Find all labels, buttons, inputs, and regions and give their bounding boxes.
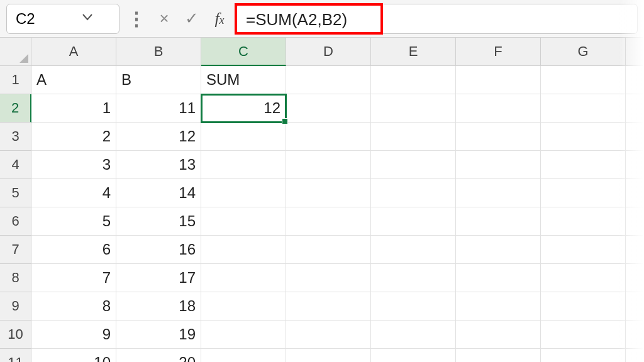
cell-A6[interactable]: 5 (31, 207, 116, 236)
confirm-icon[interactable]: ✓ (181, 4, 203, 34)
cell-D9[interactable] (286, 292, 371, 321)
cell-E2[interactable] (371, 94, 456, 123)
cell-E6[interactable] (371, 207, 456, 236)
cell-A9[interactable]: 8 (31, 292, 116, 321)
cell-A5[interactable]: 4 (31, 179, 116, 207)
cell-C1[interactable]: SUM (201, 66, 286, 94)
column-header-D[interactable]: D (286, 38, 371, 66)
name-box[interactable] (6, 4, 119, 34)
cell-E7[interactable] (371, 236, 456, 264)
row-header-6[interactable]: 6 (0, 207, 31, 236)
cell-G6[interactable] (541, 207, 626, 236)
cell-D2[interactable] (286, 94, 371, 123)
cell-A2[interactable]: 1 (31, 94, 116, 123)
cell-D4[interactable] (286, 151, 371, 179)
cell-B10[interactable]: 19 (116, 321, 201, 349)
name-box-input[interactable] (16, 10, 53, 28)
cell-extra-7[interactable] (626, 236, 644, 264)
cell-C5[interactable] (201, 179, 286, 207)
cell-extra-8[interactable] (626, 264, 644, 292)
spreadsheet-grid[interactable]: ABCDEFG1ABSUM211112321243135414651576168… (0, 38, 644, 362)
row-header-9[interactable]: 9 (0, 292, 31, 321)
cell-F5[interactable] (456, 179, 541, 207)
cell-C11[interactable] (201, 349, 286, 362)
cell-E10[interactable] (371, 321, 456, 349)
cell-G3[interactable] (541, 123, 626, 151)
row-header-5[interactable]: 5 (0, 179, 31, 207)
cell-extra-11[interactable] (626, 349, 644, 362)
cell-D7[interactable] (286, 236, 371, 264)
column-header-B[interactable]: B (116, 38, 201, 66)
cancel-icon[interactable]: × (153, 4, 175, 34)
cell-F3[interactable] (456, 123, 541, 151)
column-header-F[interactable]: F (456, 38, 541, 66)
row-header-8[interactable]: 8 (0, 264, 31, 292)
cell-G10[interactable] (541, 321, 626, 349)
cell-B8[interactable]: 17 (116, 264, 201, 292)
cell-F11[interactable] (456, 349, 541, 362)
cell-extra-2[interactable] (626, 94, 644, 123)
cell-D10[interactable] (286, 321, 371, 349)
cell-A11[interactable]: 10 (31, 349, 116, 362)
cell-E11[interactable] (371, 349, 456, 362)
cell-C9[interactable] (201, 292, 286, 321)
cell-E5[interactable] (371, 179, 456, 207)
cell-C10[interactable] (201, 321, 286, 349)
cell-D6[interactable] (286, 207, 371, 236)
cell-F9[interactable] (456, 292, 541, 321)
cell-C7[interactable] (201, 236, 286, 264)
cell-extra-3[interactable] (626, 123, 644, 151)
cell-D8[interactable] (286, 264, 371, 292)
cell-A8[interactable]: 7 (31, 264, 116, 292)
cell-B4[interactable]: 13 (116, 151, 201, 179)
cell-C2[interactable]: 12 (201, 94, 286, 123)
row-header-3[interactable]: 3 (0, 123, 31, 151)
cell-C6[interactable] (201, 207, 286, 236)
cell-D5[interactable] (286, 179, 371, 207)
row-header-7[interactable]: 7 (0, 236, 31, 264)
column-header-C[interactable]: C (201, 38, 286, 66)
cell-F8[interactable] (456, 264, 541, 292)
cell-F1[interactable] (456, 66, 541, 94)
cell-extra-1[interactable] (626, 66, 644, 94)
cell-extra-4[interactable] (626, 151, 644, 179)
column-header-A[interactable]: A (31, 38, 116, 66)
cell-G5[interactable] (541, 179, 626, 207)
cell-A1[interactable]: A (31, 66, 116, 94)
row-header-11[interactable]: 11 (0, 349, 31, 362)
formula-input[interactable]: =SUM(A2,B2) (236, 4, 638, 34)
cell-extra-6[interactable] (626, 207, 644, 236)
cell-C3[interactable] (201, 123, 286, 151)
cell-E3[interactable] (371, 123, 456, 151)
cell-E8[interactable] (371, 264, 456, 292)
column-header-extra[interactable] (626, 38, 644, 66)
cell-D3[interactable] (286, 123, 371, 151)
cell-E9[interactable] (371, 292, 456, 321)
cell-G8[interactable] (541, 264, 626, 292)
cell-B6[interactable]: 15 (116, 207, 201, 236)
cell-F10[interactable] (456, 321, 541, 349)
cell-A4[interactable]: 3 (31, 151, 116, 179)
cell-C8[interactable] (201, 264, 286, 292)
cell-F2[interactable] (456, 94, 541, 123)
row-header-2[interactable]: 2 (0, 94, 31, 123)
cell-D1[interactable] (286, 66, 371, 94)
cell-A3[interactable]: 2 (31, 123, 116, 151)
cell-B1[interactable]: B (116, 66, 201, 94)
cell-extra-5[interactable] (626, 179, 644, 207)
cell-B5[interactable]: 14 (116, 179, 201, 207)
cell-B2[interactable]: 11 (116, 94, 201, 123)
cell-F7[interactable] (456, 236, 541, 264)
row-header-10[interactable]: 10 (0, 321, 31, 349)
row-header-1[interactable]: 1 (0, 66, 31, 94)
cell-B7[interactable]: 16 (116, 236, 201, 264)
cell-G7[interactable] (541, 236, 626, 264)
cell-extra-10[interactable] (626, 321, 644, 349)
chevron-down-icon[interactable] (81, 11, 94, 27)
cell-A7[interactable]: 6 (31, 236, 116, 264)
cell-E4[interactable] (371, 151, 456, 179)
cell-B9[interactable]: 18 (116, 292, 201, 321)
select-all-corner[interactable] (0, 38, 31, 66)
cell-B11[interactable]: 20 (116, 349, 201, 362)
cell-extra-9[interactable] (626, 292, 644, 321)
